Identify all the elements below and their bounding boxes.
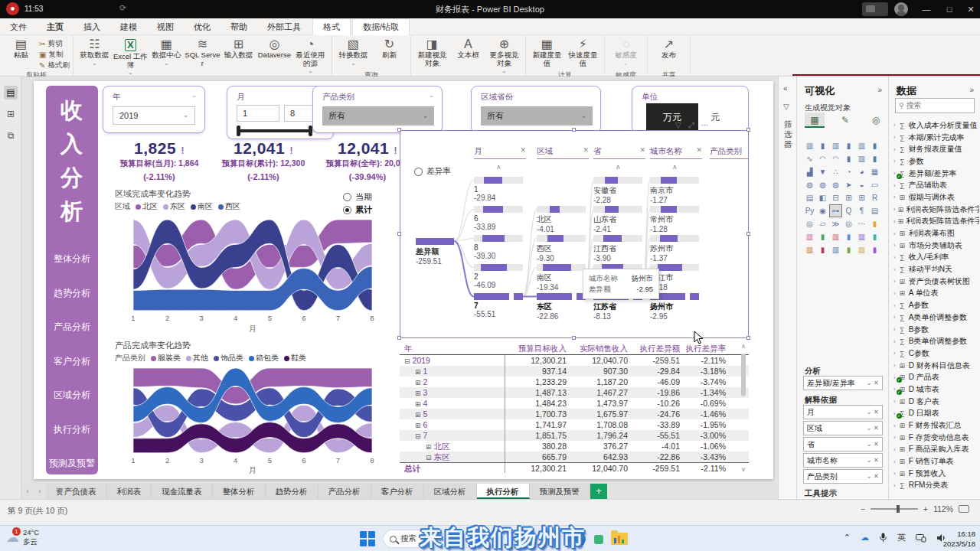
viz-icon-custom-visual-8[interactable]: ▥ — [803, 243, 816, 256]
expand-collapse-icon[interactable]: ⊟ — [426, 454, 432, 461]
ribbon-contextual-tab-数据/钻取[interactable]: 数据/钻取 — [352, 18, 410, 35]
month-range-track[interactable] — [238, 129, 324, 132]
page-tab-预测及预警[interactable]: 预测及预警 — [530, 484, 591, 499]
zoom-in-button[interactable]: + — [923, 504, 928, 514]
viz-icon-100-stacked-column-chart[interactable]: ▮ — [868, 139, 881, 152]
legend-item-其他[interactable]: 其他 — [186, 353, 208, 364]
microphone-icon[interactable] — [879, 533, 887, 543]
tree-level-header-月[interactable]: 月✕ — [474, 146, 526, 159]
devices-icon[interactable] — [916, 533, 926, 543]
viz-icon-map[interactable]: ◍ — [803, 178, 816, 191]
viz-icon-multi-row-card[interactable]: ▤ — [803, 191, 816, 204]
tree-root-node[interactable]: 差异额-259.51 — [416, 238, 454, 266]
sidebar-item-预测及预警[interactable]: 预测及预警 — [46, 457, 98, 470]
build-visual-tab[interactable]: ▦ — [805, 112, 825, 128]
page-tab-产品分析[interactable]: 产品分析 — [318, 484, 371, 499]
user-avatar[interactable] — [894, 2, 908, 16]
ribbon-tab-主页[interactable]: 主页 — [37, 19, 74, 37]
page-tab-客户分析[interactable]: 客户分析 — [371, 484, 424, 499]
table-scrollbar[interactable]: ∧∨ — [740, 343, 747, 473]
ribbon-button-新建度量值[interactable]: ▦新建度量值 — [529, 37, 565, 70]
region-dropdown[interactable]: 所有 ⌄ — [481, 106, 593, 126]
viz-icon-custom-visual-11[interactable]: ▮ — [842, 243, 855, 256]
collapse-pane-icon[interactable]: » — [877, 86, 882, 94]
tray-expand-icon[interactable]: ⌃ — [844, 533, 851, 543]
focus-mode-icon[interactable]: ⤢ — [688, 121, 694, 130]
ribbon-button-获取数据[interactable]: ☷获取数据⌄ — [77, 37, 113, 70]
ribbon-button-文本框[interactable]: A文本框 — [450, 37, 486, 70]
field-item-D 产品表[interactable]: ›⊞✓D 产品表 — [892, 371, 979, 383]
field-item-B类单价调整参数[interactable]: ›∑B类单价调整参数 — [892, 335, 979, 347]
tree-node-1[interactable]: 1-29.84 — [474, 177, 523, 202]
ribbon-tab-建模[interactable]: 建模 — [110, 19, 147, 35]
field-item-A 单位表[interactable]: ›⊞A 单位表 — [892, 288, 979, 300]
ribbon-button-粘贴[interactable]: ▤粘贴 — [3, 37, 39, 70]
format-visual-tab[interactable]: ✎ — [835, 112, 855, 128]
next-page-arrow[interactable]: › — [34, 484, 46, 499]
tree-node-6[interactable]: 6-33.89 — [474, 206, 523, 231]
field-item-F 商品采购入库表[interactable]: ›⊞F 商品采购入库表 — [892, 444, 979, 456]
tree-node-8[interactable]: 8-39.30 — [474, 235, 523, 260]
legend-item-西区[interactable]: 西区 — [218, 201, 240, 212]
explain-field-省[interactable]: 省⌄ ✕ — [803, 437, 883, 452]
screen-preview-thumbnail[interactable] — [862, 2, 888, 16]
explain-field-月[interactable]: 月⌄ ✕ — [803, 405, 883, 419]
sidebar-item-执行分析[interactable]: 执行分析 — [46, 423, 98, 436]
viz-icon-matrix[interactable]: ⊞ — [855, 191, 868, 204]
viz-icon-paginated-report[interactable]: ▤ — [868, 204, 881, 217]
ribbon-button-快速度量值[interactable]: ⚡快速度量值 — [565, 37, 601, 70]
expand-collapse-icon[interactable]: ⊞ — [426, 443, 432, 451]
expand-collapse-icon[interactable]: ⊟ — [415, 432, 421, 440]
field-item-财务报表度量值[interactable]: ›∑财务报表度量值 — [892, 143, 979, 155]
viz-icon-donut-chart[interactable]: ◕ — [855, 165, 868, 178]
fields-search-input[interactable]: ⚲ 搜索 — [895, 98, 975, 113]
ribbon-button-Excel-工作簿[interactable]: XExcel 工作簿⌄ — [113, 37, 149, 77]
page-tab-趋势分析[interactable]: 趋势分析 — [266, 484, 318, 499]
field-item-利润表矩阵筛选条件字...[interactable]: ›⊞利润表矩阵筛选条件字... — [892, 204, 979, 216]
unit-option-yuan[interactable]: 元 — [710, 111, 720, 124]
field-item-F 存货变动信息表[interactable]: ›⊞F 存货变动信息表 — [892, 432, 979, 444]
remove-level-icon[interactable]: ✕ — [520, 146, 526, 157]
field-item-市场分类辅助表[interactable]: ›⊞市场分类辅助表 — [892, 240, 979, 252]
viz-icon-100-stacked-bar-chart[interactable]: ▥ — [855, 139, 868, 152]
field-item-利润表矩阵筛选条件字...[interactable]: ›⊞利润表矩阵筛选条件字... — [892, 216, 979, 228]
tree-level-header-区域[interactable]: 区域✕ — [537, 146, 589, 159]
viz-icon-custom-visual-7[interactable]: ▮ — [868, 230, 881, 243]
region-ribbon-chart[interactable] — [124, 219, 381, 312]
viz-icon-pie-chart[interactable]: ◔ — [842, 165, 855, 178]
viz-icon-filled-map[interactable]: ◍ — [816, 178, 829, 191]
ribbon-button-复制[interactable]: ▣复制 — [39, 49, 70, 60]
ribbon-button-SQL-Server[interactable]: ≋SQL Server — [185, 37, 220, 70]
page-tab-区域分析[interactable]: 区域分析 — [424, 484, 477, 499]
ribbon-button-数据中心[interactable]: ▦数据中心⌄ — [149, 37, 185, 70]
viz-icon-custom-visual-4[interactable]: ▥ — [829, 230, 842, 243]
input-language-indicator[interactable]: 英 — [897, 532, 906, 543]
viz-icon-custom-visual-6[interactable]: ▥ — [855, 230, 868, 243]
model-view-icon[interactable]: ⧉ — [4, 129, 18, 142]
onedrive-cloud-icon[interactable]: ☁ — [861, 533, 869, 543]
field-item-F 预算收入[interactable]: ›⊞F 预算收入 — [892, 468, 979, 480]
field-item-假期与调休表[interactable]: ›⊞假期与调休表 — [892, 191, 979, 204]
table-row-3[interactable]: ⊞31,487.131,467.27-19.86-1.34% — [400, 387, 749, 398]
viz-icon-line-clustered-column-chart[interactable]: ▥ — [855, 152, 868, 165]
viz-icon-slicer[interactable]: ⊟ — [829, 191, 842, 204]
viz-icon-power-apps[interactable]: ▱ — [816, 217, 829, 230]
ribbon-button-转换数据[interactable]: ▧转换数据⌄ — [335, 37, 371, 70]
viz-icon-metrics[interactable]: ◎ — [842, 217, 855, 230]
tree-node-2[interactable]: 2-46.09 — [474, 264, 523, 289]
viz-icon-waterfall-chart[interactable]: ▟ — [803, 165, 816, 178]
expand-collapse-icon[interactable]: ⊟ — [404, 357, 410, 365]
remove-level-icon[interactable]: ✕ — [696, 146, 702, 157]
viz-icon-custom-visual-1[interactable]: ▮ — [868, 217, 881, 230]
viz-icon-custom-visual-2[interactable]: ▥ — [803, 230, 816, 243]
ribbon-button-发布[interactable]: ↗发布 — [651, 37, 687, 70]
table-row-总计[interactable]: 总计12,300.2112,040.70-259.51-2.11% — [400, 462, 749, 473]
page-tab-资产负债表[interactable]: 资产负债表 — [46, 484, 107, 499]
sidebar-item-整体分析[interactable]: 整体分析 — [46, 253, 98, 266]
explain-field-城市名称[interactable]: 城市名称⌄ ✕ — [803, 453, 883, 468]
explain-field-区域[interactable]: 区域⌄ ✕ — [803, 421, 883, 435]
chevron-down-icon[interactable]: ⌄ — [191, 92, 197, 99]
table-row-东区[interactable]: ⊟东区665.79642.93-22.86-3.43% — [400, 452, 749, 462]
ribbon-button-敏感度[interactable]: ◌敏感度⌄ — [608, 37, 644, 70]
tree-node-江西省[interactable]: 江西省-3.90 — [593, 235, 642, 262]
